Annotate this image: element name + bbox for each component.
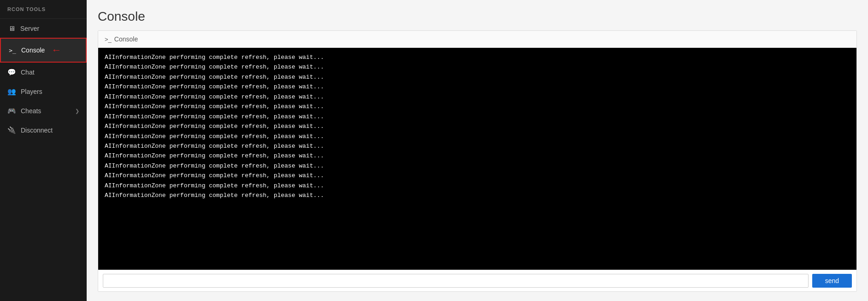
sidebar-item-label-cheats: Cheats xyxy=(21,107,41,115)
sidebar-item-label-disconnect: Disconnect xyxy=(21,127,53,134)
sidebar-item-label-server: Server xyxy=(20,25,39,32)
log-line: AIInformationZone performing complete re… xyxy=(105,141,850,151)
sidebar-item-label-chat: Chat xyxy=(21,69,35,76)
log-line: AIInformationZone performing complete re… xyxy=(105,171,850,180)
app-logo: RCON TOOLS xyxy=(0,0,87,19)
log-line: AIInformationZone performing complete re… xyxy=(105,72,850,82)
sidebar-item-console[interactable]: >_ Console ← xyxy=(0,38,87,63)
console-header-label: Console xyxy=(114,35,138,43)
console-icon: >_ xyxy=(8,47,17,54)
page-title: Console xyxy=(98,9,857,24)
sidebar-item-label-console: Console xyxy=(21,46,45,54)
main-content: Console >_ Console AIInformationZone per… xyxy=(87,0,868,301)
log-line: AIInformationZone performing complete re… xyxy=(105,52,850,62)
server-icon: 🖥 xyxy=(7,24,16,32)
log-line: AIInformationZone performing complete re… xyxy=(105,62,850,72)
sidebar-item-server[interactable]: 🖥 Server xyxy=(0,19,87,38)
log-line: AIInformationZone performing complete re… xyxy=(105,82,850,92)
sidebar-item-label-players: Players xyxy=(21,88,42,95)
sidebar-item-players[interactable]: 👥 Players xyxy=(0,82,87,101)
players-icon: 👥 xyxy=(7,87,16,96)
log-line: AIInformationZone performing complete re… xyxy=(105,132,850,141)
sidebar: RCON TOOLS 🖥 Server >_ Console ← 💬 Chat … xyxy=(0,0,87,301)
chat-icon: 💬 xyxy=(7,68,16,76)
console-output[interactable]: AIInformationZone performing complete re… xyxy=(98,48,856,270)
console-panel-header: >_ Console xyxy=(98,31,856,48)
log-line: AIInformationZone performing complete re… xyxy=(105,181,850,191)
log-line: AIInformationZone performing complete re… xyxy=(105,122,850,131)
sidebar-item-chat[interactable]: 💬 Chat xyxy=(0,63,87,82)
chevron-right-icon: ❯ xyxy=(75,108,79,114)
sidebar-item-disconnect[interactable]: 🔌 Disconnect xyxy=(0,121,87,140)
active-arrow-indicator: ← xyxy=(51,44,61,56)
console-panel: >_ Console AIInformationZone performing … xyxy=(98,30,857,292)
log-line: AIInformationZone performing complete re… xyxy=(105,112,850,122)
log-line: AIInformationZone performing complete re… xyxy=(105,151,850,161)
cheats-icon: 🎮 xyxy=(7,107,16,115)
log-line: AIInformationZone performing complete re… xyxy=(105,92,850,102)
console-input[interactable] xyxy=(103,274,809,288)
console-header-prompt-icon: >_ xyxy=(105,36,112,43)
send-button[interactable]: send xyxy=(812,274,852,288)
log-line: AIInformationZone performing complete re… xyxy=(105,102,850,111)
disconnect-icon: 🔌 xyxy=(7,126,16,134)
log-line: AIInformationZone performing complete re… xyxy=(105,161,850,171)
log-line: AIInformationZone performing complete re… xyxy=(105,191,850,200)
sidebar-item-cheats[interactable]: 🎮 Cheats ❯ xyxy=(0,101,87,121)
console-input-row: send xyxy=(98,270,856,291)
